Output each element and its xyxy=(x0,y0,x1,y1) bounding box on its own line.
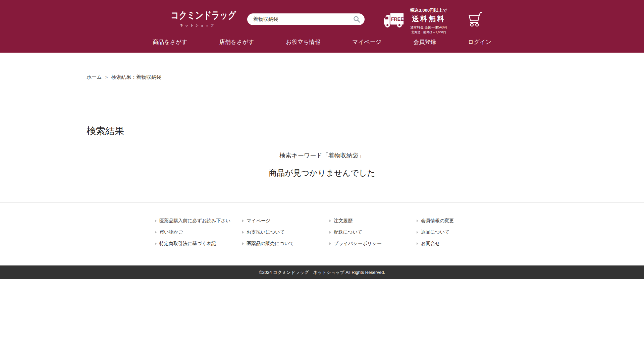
arrow-right-icon xyxy=(242,231,244,234)
main-nav: 商品をさがす 店舗をさがす お役立ち情報 マイページ 会員登録 ログイン xyxy=(153,38,491,46)
free-badge-text: FREE xyxy=(391,16,404,22)
nav-item-register[interactable]: 会員登録 xyxy=(413,38,436,46)
search-bar xyxy=(247,13,365,25)
nav-item-find-stores[interactable]: 店舗をさがす xyxy=(219,38,254,46)
footer-link-returns[interactable]: 返品について xyxy=(417,229,504,235)
arrow-right-icon xyxy=(155,242,157,245)
arrow-right-icon xyxy=(417,242,418,245)
free-shipping-banner: FREE 税込3,000円以上で 送料無料 通常料金 全国一律540円 北海道・… xyxy=(383,7,450,35)
footer-link-commercial-law[interactable]: 特定商取引法に基づく表記 xyxy=(155,240,242,247)
shipping-free-label: 送料無料 xyxy=(407,14,450,23)
arrow-right-icon xyxy=(242,242,244,245)
breadcrumb-current: 検索結果：着物収納袋 xyxy=(111,74,161,80)
site-logo-title: コクミンドラッグ xyxy=(171,9,223,22)
footer-link-drug-notice[interactable]: 医薬品購入前に必ずお読み下さい xyxy=(155,218,242,224)
arrow-right-icon xyxy=(242,220,244,222)
footer-link-member-info[interactable]: 会員情報の変更 xyxy=(417,218,504,224)
footer-links: 医薬品購入前に必ずお読み下さい マイページ 注文履歴 会員情報の変更 買い物かご… xyxy=(155,218,511,247)
nav-item-search-products[interactable]: 商品をさがす xyxy=(153,38,187,46)
shipping-threshold: 税込3,000円以上で xyxy=(407,7,450,13)
shipping-text: 税込3,000円以上で 送料無料 通常料金 全国一律540円 北海道・離島は＋1… xyxy=(407,7,450,35)
search-keyword-line: 検索キーワード「着物収納袋」 xyxy=(0,152,644,160)
nav-item-mypage[interactable]: マイページ xyxy=(352,38,381,46)
shipping-normal-fee: 通常料金 全国一律540円 xyxy=(407,25,450,30)
arrow-right-icon xyxy=(329,242,331,245)
arrow-right-icon xyxy=(155,231,157,234)
footer-link-order-history[interactable]: 注文履歴 xyxy=(329,218,417,224)
arrow-right-icon xyxy=(417,231,418,234)
main-content: 検索結果 検索キーワード「着物収納袋」 商品が見つかりませんでした xyxy=(0,125,644,178)
breadcrumb-separator: > xyxy=(105,75,108,80)
page-title: 検索結果 xyxy=(87,125,644,137)
no-results-message: 商品が見つかりませんでした xyxy=(0,168,644,178)
search-icon[interactable] xyxy=(353,16,360,23)
cart-button[interactable] xyxy=(467,11,483,28)
breadcrumb-home-link[interactable]: ホーム xyxy=(87,74,102,80)
nav-item-useful-info[interactable]: お役立ち情報 xyxy=(286,38,321,46)
arrow-right-icon xyxy=(329,231,331,234)
truck-free-icon: FREE xyxy=(383,12,404,28)
footer-link-payment[interactable]: お支払いについて xyxy=(242,229,329,235)
site-footer: 医薬品購入前に必ずお読み下さい マイページ 注文履歴 会員情報の変更 買い物かご… xyxy=(0,202,644,279)
search-input[interactable] xyxy=(247,13,365,25)
arrow-right-icon xyxy=(417,220,418,222)
arrow-right-icon xyxy=(155,220,157,222)
cart-icon xyxy=(467,11,483,27)
footer-link-contact[interactable]: お問合せ xyxy=(417,240,504,247)
site-header: コクミンドラッグ ネットショップ FREE 税込3,000円以上で 送料無料 通… xyxy=(0,0,644,53)
footer-link-cart[interactable]: 買い物かご xyxy=(155,229,242,235)
footer-link-privacy-policy[interactable]: プライバシーポリシー xyxy=(329,240,417,247)
shipping-remote-fee: 北海道・離島は＋1,000円 xyxy=(407,30,450,35)
site-logo[interactable]: コクミンドラッグ ネットショップ xyxy=(165,9,229,28)
footer-link-delivery[interactable]: 配送について xyxy=(329,229,417,235)
breadcrumb: ホーム>検索結果：着物収納袋 xyxy=(87,74,644,80)
arrow-right-icon xyxy=(329,220,331,222)
nav-item-login[interactable]: ログイン xyxy=(468,38,491,46)
site-logo-subtitle: ネットショップ xyxy=(165,23,229,28)
footer-link-mypage[interactable]: マイページ xyxy=(242,218,329,224)
footer-link-drug-sales[interactable]: 医薬品の販売について xyxy=(242,240,329,247)
copyright-bar: ©2024 コクミンドラッグ ネットショップ All Rights Reserv… xyxy=(0,265,644,279)
